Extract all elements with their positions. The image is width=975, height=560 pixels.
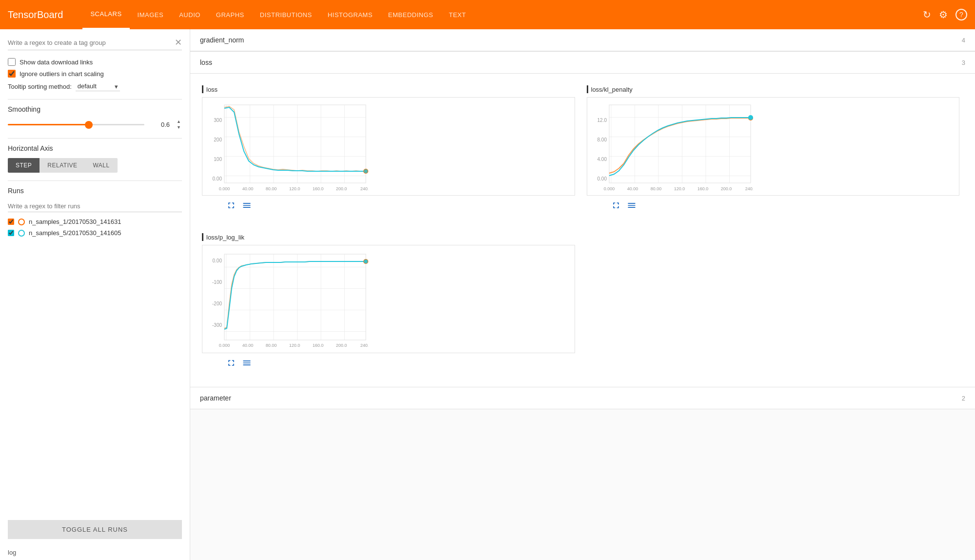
show-data-links-label: Show data download links — [20, 59, 93, 66]
log-label: log — [8, 549, 16, 556]
axis-buttons: STEP RELATIVE WALL — [8, 158, 182, 173]
svg-text:240.0: 240.0 — [360, 343, 368, 348]
main-content: gradient_norm 4 loss 3 loss — [190, 29, 975, 560]
divider-1 — [8, 99, 182, 100]
svg-text:240.0: 240.0 — [745, 186, 753, 191]
smoothing-slider[interactable] — [8, 124, 144, 125]
svg-text:100: 100 — [214, 157, 222, 162]
refresh-icon[interactable]: ↻ — [923, 9, 931, 20]
smoothing-stepper: ▲ ▼ — [176, 119, 182, 130]
divider-3 — [8, 180, 182, 181]
chart-kl-expand-btn[interactable] — [610, 200, 622, 214]
settings-icon[interactable]: ⚙ — [939, 9, 948, 20]
svg-text:0.00: 0.00 — [597, 176, 607, 181]
empty-slot — [583, 229, 968, 379]
section-parameter[interactable]: parameter 2 — [190, 387, 975, 409]
chart-loss-title: loss — [206, 86, 218, 93]
svg-text:120.0: 120.0 — [289, 186, 300, 191]
svg-point-41 — [364, 260, 368, 263]
gradient-norm-title: gradient_norm — [200, 36, 244, 44]
svg-text:240.0: 240.0 — [360, 186, 368, 191]
gradient-norm-count: 4 — [962, 37, 965, 44]
smoothing-title: Smoothing — [8, 105, 182, 113]
svg-text:80.00: 80.00 — [266, 343, 277, 348]
axis-wall-btn[interactable]: WALL — [85, 158, 117, 173]
nav-distributions[interactable]: DISTRIBUTIONS — [252, 0, 320, 29]
svg-text:0.000: 0.000 — [603, 186, 615, 191]
chart-pll-actions — [202, 357, 575, 371]
nav-graphs[interactable]: GRAPHS — [208, 0, 252, 29]
chart-pll-expand-btn[interactable] — [225, 357, 237, 371]
main-layout: ✕ Show data download links Ignore outlie… — [0, 29, 975, 560]
chart-loss-expand-btn[interactable] — [225, 200, 237, 214]
svg-text:160.0: 160.0 — [697, 186, 708, 191]
chart-kl-menu-btn[interactable] — [626, 200, 637, 214]
tooltip-sort-select[interactable]: default ascending descending nearest — [76, 81, 120, 91]
svg-text:200.0: 200.0 — [336, 343, 347, 348]
tooltip-sort-wrapper: default ascending descending nearest ▾ — [76, 81, 120, 91]
runs-title: Runs — [8, 187, 182, 195]
chart-pll-title: loss/p_log_lik — [206, 234, 244, 241]
chart-loss-actions — [202, 200, 575, 214]
svg-text:40.00: 40.00 — [627, 186, 638, 191]
chart-loss-menu-btn[interactable] — [241, 200, 253, 214]
svg-text:-200: -200 — [212, 301, 222, 306]
svg-text:8.00: 8.00 — [597, 137, 607, 142]
header-actions: ↻ ⚙ ? — [923, 9, 967, 20]
chart-loss-indicator — [202, 85, 203, 93]
chart-pll-title-bar: loss/p_log_lik — [202, 233, 575, 241]
tooltip-sort-label: Tooltip sorting method: — [8, 83, 72, 90]
chart-loss-svg-wrapper[interactable]: 0.00 100 200 300 0.000 40.00 80.00 120.0… — [202, 97, 575, 196]
regex-close-icon[interactable]: ✕ — [175, 37, 182, 48]
svg-text:0.00: 0.00 — [213, 176, 222, 181]
parameter-title: parameter — [200, 394, 231, 402]
loss-count: 3 — [962, 59, 965, 66]
axis-step-btn[interactable]: STEP — [8, 158, 40, 173]
runs-filter-input[interactable] — [8, 200, 182, 212]
chart-pll-menu-btn[interactable] — [241, 357, 253, 371]
run-2-label: n_samples_5/20170530_141605 — [29, 229, 121, 237]
nav-embeddings[interactable]: EMBEDDINGS — [380, 0, 441, 29]
help-icon[interactable]: ? — [955, 9, 967, 20]
svg-text:120.0: 120.0 — [674, 186, 685, 191]
axis-relative-btn[interactable]: RELATIVE — [40, 158, 85, 173]
svg-text:120.0: 120.0 — [289, 343, 300, 348]
regex-input[interactable] — [8, 39, 175, 46]
run-item-1: n_samples_1/20170530_141631 — [8, 218, 182, 225]
ignore-outliers-checkbox[interactable] — [8, 70, 16, 78]
svg-text:0.00: 0.00 — [213, 258, 222, 263]
logo: TensorBoard — [8, 9, 63, 20]
nav-histograms[interactable]: HISTOGRAMS — [320, 0, 380, 29]
nav-scalars[interactable]: SCALARS — [82, 0, 129, 29]
smoothing-down-btn[interactable]: ▼ — [176, 125, 182, 130]
svg-rect-32 — [224, 254, 366, 340]
sidebar-content: ✕ Show data download links Ignore outlie… — [0, 29, 190, 514]
svg-text:80.00: 80.00 — [266, 186, 277, 191]
parameter-count: 2 — [962, 395, 965, 402]
svg-text:40.00: 40.00 — [242, 343, 254, 348]
svg-text:0.000: 0.000 — [219, 343, 230, 348]
smoothing-value: 0.6 — [150, 121, 170, 128]
run-2-checkbox[interactable] — [8, 230, 14, 236]
nav-audio[interactable]: AUDIO — [171, 0, 208, 29]
section-gradient-norm[interactable]: gradient_norm 4 — [190, 29, 975, 51]
smoothing-up-btn[interactable]: ▲ — [176, 119, 182, 124]
nav-images[interactable]: IMAGES — [130, 0, 172, 29]
chart-pll-svg: 0.00 -100 -200 -300 0.000 40.00 80.00 12… — [202, 245, 368, 353]
run-1-checkbox[interactable] — [8, 219, 14, 225]
section-loss-header[interactable]: loss 3 — [190, 51, 975, 74]
chart-pll-svg-wrapper[interactable]: 0.00 -100 -200 -300 0.000 40.00 80.00 12… — [202, 245, 575, 353]
chart-kl-title-bar: loss/kl_penalty — [587, 85, 960, 93]
svg-text:40.00: 40.00 — [242, 186, 254, 191]
svg-text:200.0: 200.0 — [720, 186, 732, 191]
show-data-links-row: Show data download links — [8, 58, 182, 66]
chart-kl-svg-wrapper[interactable]: 0.00 4.00 8.00 12.0 0.000 40.00 80.00 12… — [587, 97, 960, 196]
show-data-links-checkbox[interactable] — [8, 58, 16, 66]
ignore-outliers-row: Ignore outliers in chart scaling — [8, 70, 182, 78]
svg-text:160.0: 160.0 — [313, 186, 324, 191]
toggle-all-runs-button[interactable]: TOGGLE ALL RUNS — [8, 520, 182, 539]
nav-text[interactable]: TEXT — [441, 0, 474, 29]
svg-point-27 — [748, 115, 753, 120]
svg-text:4.00: 4.00 — [597, 157, 607, 162]
svg-rect-18 — [609, 105, 751, 183]
